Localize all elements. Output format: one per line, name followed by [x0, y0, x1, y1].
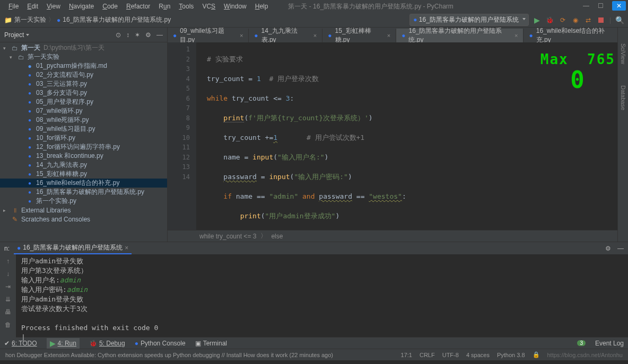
run-config-selector[interactable]: ● 16_防黑客暴力破解的用户登陆系统 [409, 14, 529, 26]
soft-wrap-icon[interactable]: ⇥ [5, 283, 11, 290]
fps-overlay: Max 765 0 [540, 52, 615, 93]
interpreter[interactable]: Python 3.8 [497, 352, 525, 358]
tree-file[interactable]: ●第一个实验.py [0, 197, 167, 206]
breadcrumb-folder[interactable]: 第一天实验 [14, 15, 46, 24]
editor-tab[interactable]: ●16_while和else结合的补充.py× [524, 29, 628, 42]
tree-file[interactable]: ●16_while和else结合的补充.py [0, 179, 167, 188]
tree-file[interactable]: ●07_while循环.py [0, 106, 167, 116]
menu-bar: File Edit View Navigate Code Refactor Ru… [0, 0, 628, 13]
project-tool-window: Project ⊙ ↕ ✶ ⚙ — ▾🗀第一天D:\python练习\第一天▾🗀… [0, 28, 168, 242]
close-tab-icon[interactable]: × [240, 32, 243, 39]
editor-tab[interactable]: ●09_while练习题目.py× [168, 29, 249, 42]
run-toolbar: ↑ ↓ ⇥ ⇊ 🖶 🗑 [0, 254, 16, 344]
indent[interactable]: 4 spaces [466, 352, 490, 358]
event-log-tab[interactable]: Event Log [595, 340, 624, 347]
run-tab[interactable]: ●16_防黑客暴力破解的用户登陆系统 × [14, 242, 132, 254]
window-title: 第一天 - 16_防黑客暴力破解的用户登陆系统.py - PyCharm [288, 2, 453, 11]
tree-file[interactable]: ●03_多分支语句.py [0, 88, 167, 97]
tree-file[interactable]: ●12_for循环访问遍历字符串.py [0, 143, 167, 152]
python-console-tab[interactable]: ●Python Console [135, 340, 186, 347]
breadcrumb-file[interactable]: 16_防黑客暴力破解的用户登陆系统.py [63, 15, 171, 24]
menu-file[interactable]: File [4, 3, 23, 10]
locate-file-icon[interactable]: ⊙ [116, 31, 121, 39]
editor-tab[interactable]: ●14_九九乘法表.py× [249, 29, 322, 42]
concurrency-icon[interactable]: ⇄ [584, 16, 592, 24]
collapse-all-icon[interactable]: ✶ [135, 31, 140, 39]
print-icon[interactable]: 🖶 [5, 308, 11, 316]
tree-file[interactable]: ●14_九九乘法表.py [0, 161, 167, 170]
coverage-icon[interactable]: ⟳ [559, 16, 567, 24]
window-close-icon[interactable]: ✕ [612, 1, 626, 11]
stop-button-icon[interactable] [597, 16, 605, 24]
close-tab-icon[interactable]: × [387, 32, 390, 39]
encoding[interactable]: UTF-8 [442, 352, 459, 358]
code-breadcrumb[interactable]: while try_count <= 3〉else [168, 230, 628, 242]
close-tab-icon[interactable]: × [313, 32, 317, 39]
tree-file[interactable]: ●10_for循环.py [0, 134, 167, 143]
menu-help[interactable]: Help [251, 3, 273, 10]
caret-position[interactable]: 17:1 [401, 352, 412, 358]
run-hide-icon[interactable]: — [617, 245, 624, 252]
menu-vcs[interactable]: VCS [198, 3, 220, 10]
tree-file[interactable]: ●02_分支流程语句.py [0, 70, 167, 79]
project-view-dropdown-icon[interactable] [26, 34, 29, 36]
tree-file[interactable]: ●15_彩虹棒棒糖.py [0, 170, 167, 179]
right-tool-strip: SciView Database [617, 28, 628, 242]
line-sep[interactable]: CRLF [420, 352, 435, 358]
project-title[interactable]: Project [4, 31, 24, 39]
search-everywhere-icon[interactable]: 🔍 [615, 16, 624, 24]
tree-file[interactable]: ●03_三元运算符.py [0, 79, 167, 88]
breadcrumb[interactable]: 📁第一天实验 〉 ●16_防黑客暴力破解的用户登陆系统.py [4, 15, 171, 24]
terminal-tab[interactable]: ▣Terminal [195, 340, 227, 347]
hide-icon[interactable]: — [156, 31, 163, 39]
run-button-icon[interactable]: ▶ [533, 16, 542, 24]
profile-icon[interactable]: ◉ [571, 16, 580, 24]
status-bar: hon Debugger Extension Available: Cython… [0, 349, 628, 360]
sciview-tab[interactable]: SciView [620, 43, 626, 64]
window-minimize-icon[interactable]: — [583, 2, 589, 10]
expand-all-icon[interactable]: ↕ [126, 31, 129, 39]
settings-icon[interactable]: ⚙ [145, 31, 151, 39]
console-output[interactable]: 用户admin登录失败用户第3次登录系统）输入用户名:admin输入用户密码:a… [16, 254, 628, 344]
editor-tabs: ●09_while练习题目.py×●14_九九乘法表.py×●15_彩虹棒棒糖.… [168, 28, 628, 42]
tree-folder[interactable]: ▾🗀第一天实验 [0, 52, 167, 61]
tree-scratch[interactable]: ✎Scratches and Consoles [0, 215, 167, 224]
tree-file[interactable]: ●09_while练习题目.py [0, 125, 167, 134]
menu-tools[interactable]: Tools [175, 3, 198, 10]
project-tree[interactable]: ▾🗀第一天D:\python练习\第一天▾🗀第一天实验●01_pycharm操作… [0, 42, 167, 242]
editor-tab[interactable]: ●15_彩虹棒棒糖.py× [322, 29, 396, 42]
tree-file[interactable]: ●16_防黑客暴力破解的用户登陆系统.py [0, 188, 167, 197]
menu-window[interactable]: Window [220, 3, 251, 10]
tree-root[interactable]: ▾🗀第一天D:\python练习\第一天 [0, 43, 167, 52]
run-tab-bottom[interactable]: ▶4: Run [47, 338, 80, 349]
database-tab[interactable]: Database [620, 85, 626, 110]
status-message[interactable]: hon Debugger Extension Available: Cython… [5, 352, 333, 358]
menu-view[interactable]: View [42, 3, 65, 10]
menu-refactor[interactable]: Refactor [122, 3, 154, 10]
scroll-end-icon[interactable]: ⇊ [5, 296, 11, 303]
stop-icon[interactable]: ↓ [6, 270, 10, 278]
run-settings-icon[interactable]: ⚙ [605, 245, 611, 252]
run-tool-window: n: ●16_防黑客暴力破解的用户登陆系统 × ⚙ — ↑ ↓ ⇥ ⇊ 🖶 🗑 … [0, 242, 628, 337]
lock-icon[interactable]: 🔒 [533, 351, 540, 358]
menu-navigate[interactable]: Navigate [65, 3, 98, 10]
menu-run[interactable]: Run [154, 3, 175, 10]
menu-edit[interactable]: Edit [23, 3, 42, 10]
debug-tab-bottom[interactable]: 🐞5: Debug [89, 340, 125, 347]
window-maximize-icon[interactable]: ☐ [598, 2, 604, 10]
rerun-icon[interactable]: ↑ [6, 258, 10, 265]
run-label: n: [4, 245, 10, 252]
menu-code[interactable]: Code [98, 3, 122, 10]
tree-file[interactable]: ●13_break 和continue.py [0, 152, 167, 161]
tree-file[interactable]: ●01_pycharm操作指南.md [0, 61, 167, 70]
clear-icon[interactable]: 🗑 [5, 321, 11, 329]
editor-area: ●09_while练习题目.py×●14_九九乘法表.py×●15_彩虹棒棒糖.… [168, 28, 628, 242]
tree-libs[interactable]: ▸⫴External Libraries [0, 206, 167, 215]
editor-gutter[interactable]: 1234567891011121314 [168, 42, 196, 230]
editor-tab[interactable]: ●16_防黑客暴力破解的用户登陆系统.py× [396, 29, 524, 42]
debug-button-icon[interactable]: 🐞 [546, 16, 554, 24]
tree-file[interactable]: ●05_用户登录程序.py [0, 97, 167, 106]
tree-file[interactable]: ●08_while死循环.py [0, 116, 167, 125]
close-tab-icon[interactable]: × [514, 32, 518, 39]
todo-tab[interactable]: ✔6: TODO [4, 340, 37, 347]
